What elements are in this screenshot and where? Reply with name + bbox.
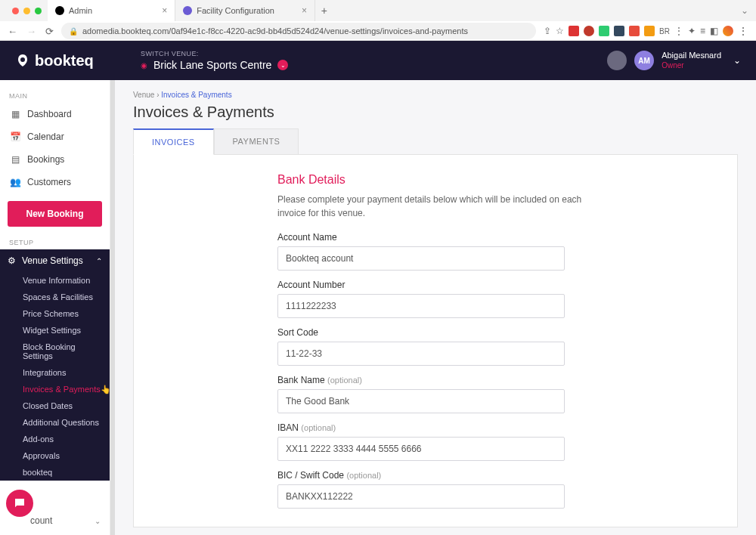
input-account-name[interactable] xyxy=(277,246,565,271)
list-icon: ▤ xyxy=(9,153,21,165)
users-icon: 👥 xyxy=(9,176,21,188)
chevron-down-icon[interactable]: ⌄ xyxy=(733,55,741,66)
ext-icon[interactable] xyxy=(629,26,640,36)
sidebar-sub-closed[interactable]: Closed Dates xyxy=(0,397,110,414)
list-icon[interactable]: ≡ xyxy=(700,26,705,36)
sidebar-item-bookings[interactable]: ▤ Bookings xyxy=(0,148,110,171)
puzzle-icon[interactable]: ✦ xyxy=(688,26,696,36)
sidebar-sub-bookteq[interactable]: bookteq xyxy=(0,464,110,481)
sidebar-sub-invoices[interactable]: Invoices & Payments👆 xyxy=(0,381,110,397)
venue-switcher[interactable]: ◉ Brick Lane Sports Centre ⌄ xyxy=(141,59,288,71)
tab-favicon xyxy=(55,6,64,15)
ext-icon[interactable] xyxy=(599,26,609,36)
main-content: Venue › Invoices & Payments Invoices & P… xyxy=(115,80,756,535)
close-window-icon[interactable] xyxy=(12,8,19,14)
maximize-window-icon[interactable] xyxy=(35,8,42,14)
panel-icon[interactable]: ◧ xyxy=(710,26,718,36)
sidebar-item-label: Calendar xyxy=(27,131,64,142)
tab-invoices[interactable]: INVOICES xyxy=(133,128,214,155)
breadcrumb-current[interactable]: Invoices & Payments xyxy=(161,91,231,99)
app-topbar: bookteq SWITCH VENUE: ◉ Brick Lane Sport… xyxy=(0,41,756,80)
cursor-icon: 👆 xyxy=(101,385,110,394)
forward-button[interactable]: → xyxy=(26,26,36,37)
input-iban[interactable] xyxy=(277,437,565,461)
sidebar-section-setup: SETUP xyxy=(0,234,110,249)
share-icon[interactable]: ⇪ xyxy=(544,26,551,36)
content-tabs: INVOICES PAYMENTS xyxy=(133,128,738,155)
notification-avatar[interactable] xyxy=(607,51,627,70)
sidebar-sub-venue-info[interactable]: Venue Information xyxy=(0,272,110,289)
sidebar-sub-addons[interactable]: Add-ons xyxy=(0,431,110,447)
tab-payments[interactable]: PAYMENTS xyxy=(214,128,299,154)
back-button[interactable]: ← xyxy=(8,26,17,37)
tab-title: Admin xyxy=(69,6,92,15)
reload-button[interactable]: ⟳ xyxy=(45,26,54,37)
sidebar-sub-integrations[interactable]: Integrations xyxy=(0,364,110,381)
input-account-number[interactable] xyxy=(277,294,565,318)
sidebar-item-label: Dashboard xyxy=(27,109,72,119)
sidebar-item-customers[interactable]: 👥 Customers xyxy=(0,171,110,193)
ext-icon[interactable] xyxy=(614,26,624,36)
ext-text[interactable]: BR xyxy=(659,27,670,36)
chevron-up-icon: ⌃ xyxy=(96,257,102,265)
tab-close-icon[interactable]: × xyxy=(302,5,307,16)
sidebar: MAIN ▦ Dashboard 📅 Calendar ▤ Bookings 👥… xyxy=(0,80,110,535)
browser-tab-admin[interactable]: Admin × xyxy=(48,0,175,21)
brand-text: bookteq xyxy=(35,52,94,70)
sidebar-sub-approvals[interactable]: Approvals xyxy=(0,447,110,464)
sidebar-item-calendar[interactable]: 📅 Calendar xyxy=(0,125,110,148)
browser-tab-facility[interactable]: Facility Configuration × xyxy=(175,0,315,21)
sidebar-item-dashboard[interactable]: ▦ Dashboard xyxy=(0,103,110,125)
ext-icon[interactable] xyxy=(584,26,594,36)
url-text: adomedia.bookteq.com/0af94e1c-f8cc-4220-… xyxy=(82,26,468,36)
sidebar-sub-spaces[interactable]: Spaces & Facilities xyxy=(0,289,110,305)
label-bank-name: Bank Name (optional) xyxy=(277,375,593,385)
user-menu[interactable]: Abigail Mesnard Owner xyxy=(662,51,721,70)
intercom-launcher[interactable] xyxy=(6,490,33,517)
grid-icon: ▦ xyxy=(9,108,21,120)
page-title: Invoices & Payments xyxy=(133,104,738,121)
ext-icon[interactable] xyxy=(644,26,655,36)
section-description: Please complete your payment details bel… xyxy=(277,193,593,220)
label-sort-code: Sort Code xyxy=(277,327,593,338)
sidebar-item-venue-settings[interactable]: ⚙ Venue Settings ⌃ xyxy=(0,249,110,272)
window-controls[interactable] xyxy=(6,8,48,14)
chevron-down-icon: ⌄ xyxy=(94,517,101,525)
new-tab-button[interactable]: + xyxy=(315,5,333,17)
input-sort-code[interactable] xyxy=(277,342,565,366)
user-name: Abigail Mesnard xyxy=(662,51,721,60)
brand-logo[interactable]: bookteq xyxy=(15,52,125,70)
menu-icon[interactable]: ⋮ xyxy=(738,25,748,37)
minimize-window-icon[interactable] xyxy=(23,8,30,14)
venue-dot-icon: ◉ xyxy=(141,61,147,70)
tab-title: Facility Configuration xyxy=(197,6,274,15)
new-booking-button[interactable]: New Booking xyxy=(8,201,102,227)
sidebar-sub-questions[interactable]: Additional Questions xyxy=(0,414,110,431)
sidebar-item-label: Bookings xyxy=(27,154,64,165)
address-bar[interactable]: 🔒 adomedia.bookteq.com/0af94e1c-f8cc-422… xyxy=(61,23,536,39)
section-title: Bank Details xyxy=(277,173,593,187)
user-avatar[interactable]: AM xyxy=(634,51,654,70)
calendar-icon: 📅 xyxy=(9,131,21,143)
browser-chrome: Admin × Facility Configuration × + ⌄ ← →… xyxy=(0,0,756,41)
input-bic[interactable] xyxy=(277,484,565,509)
form-panel: Bank Details Please complete your paymen… xyxy=(133,155,738,527)
chevron-down-icon: ⌄ xyxy=(277,60,288,70)
window-chevron-icon[interactable]: ⌄ xyxy=(741,5,756,16)
sidebar-sub-widget[interactable]: Widget Settings xyxy=(0,322,110,339)
ext-icon[interactable] xyxy=(569,26,579,36)
logo-mark-icon xyxy=(15,53,30,68)
sidebar-sub-block[interactable]: Block Booking Settings xyxy=(0,339,110,364)
extension-icons: ⇪ ☆ BR ⋮ ✦ ≡ ◧ ⋮ xyxy=(544,25,748,37)
input-bank-name[interactable] xyxy=(277,389,565,413)
profile-avatar-icon[interactable] xyxy=(723,26,733,36)
breadcrumb-root[interactable]: Venue xyxy=(133,91,154,99)
ext-more-icon[interactable]: ⋮ xyxy=(674,26,683,36)
star-icon[interactable]: ☆ xyxy=(556,26,564,36)
user-role: Owner xyxy=(662,61,721,70)
sidebar-sub-price[interactable]: Price Schemes xyxy=(0,305,110,322)
tab-favicon xyxy=(183,6,192,15)
tab-close-icon[interactable]: × xyxy=(162,5,167,16)
label-iban: IBAN (optional) xyxy=(277,422,593,433)
label-bic: BIC / Swift Code (optional) xyxy=(277,470,593,481)
